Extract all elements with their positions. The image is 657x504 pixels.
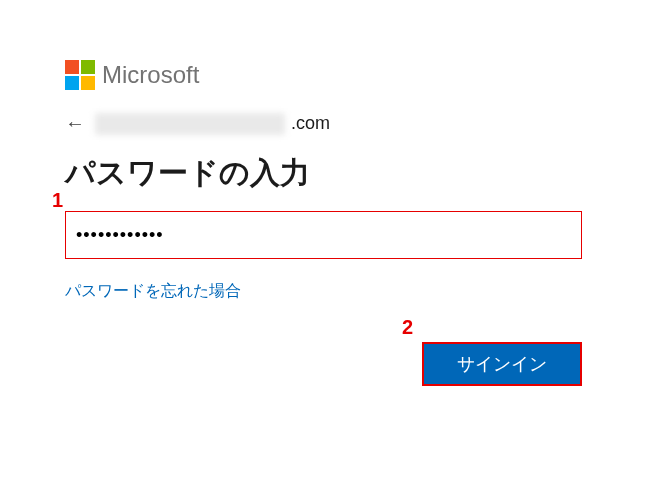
- brand-name: Microsoft: [102, 61, 199, 89]
- annotation-2: 2: [402, 316, 413, 339]
- signin-button[interactable]: サインイン: [422, 342, 582, 386]
- button-row: 2 サインイン: [65, 342, 582, 386]
- microsoft-logo-icon: [65, 60, 95, 90]
- annotation-1: 1: [52, 189, 63, 212]
- back-arrow-icon[interactable]: ←: [65, 112, 85, 135]
- page-title: パスワードの入力: [65, 153, 592, 194]
- password-input[interactable]: [65, 211, 582, 259]
- identity-email-suffix: .com: [291, 113, 330, 134]
- identity-email-blurred: [95, 113, 285, 135]
- brand-header: Microsoft: [65, 60, 592, 90]
- forgot-password-link[interactable]: パスワードを忘れた場合: [65, 281, 241, 302]
- password-field-wrap: 1: [65, 211, 592, 259]
- signin-button-wrap: 2 サインイン: [422, 342, 582, 386]
- identity-row: ← .com: [65, 112, 592, 135]
